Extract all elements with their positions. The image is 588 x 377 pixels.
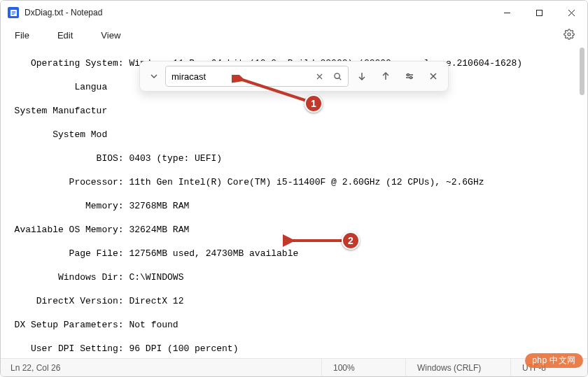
text-line: System Manufactur bbox=[4, 105, 587, 117]
svg-rect-5 bbox=[536, 10, 542, 15]
svg-point-11 bbox=[334, 73, 339, 78]
text-line: Available OS Memory: 32624MB RAM bbox=[4, 224, 587, 236]
text-line: Page File: 12756MB used, 24730MB availab… bbox=[4, 248, 587, 259]
svg-point-18 bbox=[410, 77, 412, 79]
window-title: DxDiag.txt - Notepad bbox=[24, 8, 491, 17]
text-line: DX Setup Parameters: Not found bbox=[4, 319, 587, 331]
find-previous-button[interactable] bbox=[375, 66, 396, 87]
find-expand-button[interactable] bbox=[144, 66, 164, 87]
clear-find-button[interactable] bbox=[310, 67, 328, 85]
text-line: Memory: 32768MB RAM bbox=[4, 200, 587, 212]
menu-bar: File Edit View bbox=[1, 24, 587, 45]
find-options-button[interactable] bbox=[399, 66, 420, 87]
vertical-scrollbar[interactable] bbox=[577, 46, 587, 357]
close-button[interactable] bbox=[555, 1, 587, 24]
notepad-icon bbox=[8, 7, 19, 18]
minimize-button[interactable] bbox=[491, 1, 523, 24]
status-line-ending: Windows (CRLF) bbox=[405, 359, 510, 376]
menu-edit[interactable]: Edit bbox=[50, 27, 80, 43]
status-bar: Ln 22, Col 26 100% Windows (CRLF) UTF-8 bbox=[1, 358, 587, 376]
text-line: Processor: 11th Gen Intel(R) Core(TM) i5… bbox=[4, 176, 587, 188]
text-line: System Mod bbox=[4, 129, 587, 141]
find-input-container bbox=[165, 66, 349, 87]
find-next-button[interactable] bbox=[351, 66, 372, 87]
status-position: Ln 22, Col 26 bbox=[1, 359, 321, 376]
find-input[interactable] bbox=[172, 71, 310, 82]
maximize-button[interactable] bbox=[523, 1, 555, 24]
svg-line-12 bbox=[339, 78, 341, 80]
text-line: Windows Dir: C:\WINDOWS bbox=[4, 271, 587, 283]
settings-button[interactable] bbox=[558, 26, 580, 45]
text-editor[interactable]: Operating System: Windows 11 Pro 64-bit … bbox=[1, 45, 587, 358]
title-bar: DxDiag.txt - Notepad bbox=[1, 1, 587, 24]
menu-view[interactable]: View bbox=[94, 27, 127, 43]
text-line: User DPI Setting: 96 DPI (100 percent) bbox=[4, 343, 587, 355]
find-bar bbox=[139, 61, 449, 92]
svg-point-8 bbox=[568, 33, 570, 36]
text-line: DirectX Version: DirectX 12 bbox=[4, 295, 587, 307]
status-zoom: 100% bbox=[321, 359, 405, 376]
menu-file[interactable]: File bbox=[8, 27, 36, 43]
window-controls bbox=[491, 1, 587, 24]
text-line: BIOS: 0403 (type: UEFI) bbox=[4, 152, 587, 164]
svg-point-16 bbox=[407, 74, 410, 76]
close-find-button[interactable] bbox=[423, 66, 444, 87]
watermark: php 中文网 bbox=[525, 353, 583, 368]
search-icon[interactable] bbox=[328, 67, 346, 85]
